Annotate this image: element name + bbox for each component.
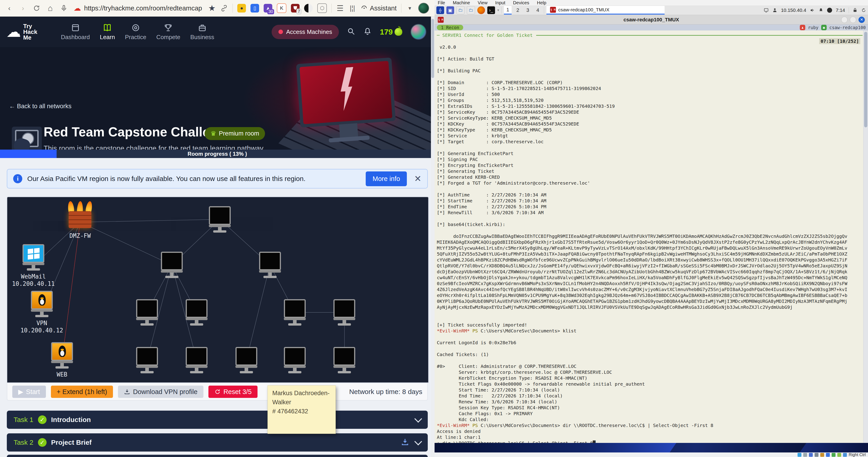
workspace-1[interactable]: 1 xyxy=(504,6,512,14)
network-reset-button[interactable]: Reset 3/5 xyxy=(209,386,257,398)
taskbar-window-button[interactable]: § M csaw-redcap100_TMUX xyxy=(547,6,664,14)
diagram-node-webmail[interactable]: WebMail 10.200.40.11 xyxy=(12,244,55,287)
nav-item-practice[interactable]: Practice xyxy=(125,23,146,41)
diagram-node-top[interactable] xyxy=(209,206,231,233)
lock-icon[interactable] xyxy=(852,8,858,13)
diagram-node-web[interactable]: WEB xyxy=(51,342,73,378)
diagram-node-r4c4[interactable] xyxy=(283,347,306,373)
diagram-node-r3c3[interactable] xyxy=(283,299,306,326)
reload-icon[interactable] xyxy=(33,4,40,12)
status-circle-icon[interactable] xyxy=(827,8,832,13)
cloud-logo-icon: ☁ xyxy=(6,25,21,39)
back-icon[interactable]: ‹ xyxy=(5,4,13,12)
access-machines-button[interactable]: Access Machines xyxy=(272,25,339,39)
task-title: Introduction xyxy=(51,416,91,424)
show-desktop-icon[interactable]: ▣ xyxy=(446,6,454,14)
tmux-window-tab[interactable]: 1 Recon xyxy=(437,25,463,30)
reader-menu-icon[interactable]: ☰ xyxy=(336,4,344,12)
diagram-node-r4c1[interactable] xyxy=(136,347,158,373)
menu-input[interactable]: Input xyxy=(495,0,505,5)
firewall-icon xyxy=(66,205,94,230)
task-download-icon[interactable] xyxy=(401,438,409,447)
home-icon[interactable]: ⌂ xyxy=(46,4,54,12)
task-number: Task 1 xyxy=(13,416,33,424)
browser-profile-avatar[interactable] xyxy=(418,3,429,13)
diagram-node-r4c3[interactable] xyxy=(235,347,258,373)
browser-scrollbar[interactable] xyxy=(431,17,435,457)
kagi-extension-icon[interactable]: K xyxy=(277,3,286,13)
password-extension-icon[interactable]: ● xyxy=(237,4,246,12)
monitor-icon xyxy=(235,347,258,373)
diagram-node-r3c1[interactable] xyxy=(136,299,158,326)
diagram-node-fw[interactable]: DMZ-FW xyxy=(66,205,94,239)
more-info-button[interactable]: More info xyxy=(366,172,407,186)
voice-wave-icon[interactable]: |¦| xyxy=(348,4,356,12)
menu-view[interactable]: View xyxy=(478,0,488,5)
firefox-icon[interactable] xyxy=(477,6,485,14)
network-extend-button[interactable]: + Extend (1h left) xyxy=(51,386,113,398)
back-to-networks-link[interactable]: ← Back to all networks xyxy=(9,103,71,110)
volume-icon[interactable] xyxy=(810,8,815,13)
link-icon[interactable] xyxy=(220,4,228,12)
minimize-button[interactable] xyxy=(841,17,847,23)
puzzle-extensions-icon[interactable]: ⬡ xyxy=(317,3,327,13)
monitor-icon xyxy=(136,299,158,326)
address-bar[interactable]: ☁ https://tryhackme.com/room/redteamcaps… xyxy=(74,4,202,12)
chevron-down-icon[interactable]: ▾ xyxy=(406,4,414,12)
shield-extension-icon[interactable]: ⛊7 xyxy=(291,4,300,12)
darkmode-extension-icon[interactable] xyxy=(304,4,313,12)
user-avatar[interactable] xyxy=(410,24,426,40)
terminal-scrollbar[interactable] xyxy=(863,30,868,443)
folder2-icon[interactable]: 🗀 xyxy=(467,6,475,14)
download-vpn-button[interactable]: Download VPN profile xyxy=(118,386,204,398)
diagram-node-midL[interactable] xyxy=(160,252,183,278)
search-icon[interactable] xyxy=(347,27,355,36)
nav-item-dashboard[interactable]: Dashboard xyxy=(61,23,90,41)
assistant-button[interactable]: Assistant xyxy=(361,4,397,12)
nav-item-business[interactable]: Business xyxy=(190,23,214,41)
update-extension-icon[interactable]: ▲30 xyxy=(264,4,272,12)
menu-help[interactable]: Help xyxy=(537,0,546,5)
task-row-1[interactable]: Task 1 ✓ Introduction xyxy=(7,410,428,429)
maximize-button[interactable] xyxy=(850,17,856,23)
diagram-node-r4c5[interactable] xyxy=(333,347,356,373)
folder-icon[interactable]: 🗀 xyxy=(456,6,465,14)
keyboard-user-icon[interactable] xyxy=(772,8,777,13)
task-row-2[interactable]: Task 2 ✓ Project Brief xyxy=(7,433,428,452)
thm-navbar: ☁ TryHackMe Dashboard Learn Practice Com… xyxy=(0,17,435,47)
close-button[interactable]: ✕ xyxy=(859,17,865,23)
diagram-node-r4c2[interactable] xyxy=(185,347,208,373)
bookmark-star-icon[interactable]: ★ xyxy=(208,4,216,12)
notification-bell-icon[interactable] xyxy=(818,8,824,13)
menu-file[interactable]: File xyxy=(438,0,445,5)
diagram-node-vpn[interactable]: VPN 10.200.40.12 xyxy=(21,291,63,334)
kali-menu-icon[interactable]: ⟠ xyxy=(436,6,444,14)
terminal-titlebar[interactable]: § M csaw-redcap100_TMUX ✕ xyxy=(435,15,868,25)
wallet-extension-icon[interactable]: ▯ xyxy=(250,4,259,12)
forward-icon[interactable]: › xyxy=(19,4,27,12)
bell-icon[interactable] xyxy=(364,27,372,36)
diagram-node-r3c2[interactable] xyxy=(185,299,208,326)
chevron-down-icon[interactable] xyxy=(414,438,422,446)
nav-item-learn[interactable]: Learn xyxy=(100,23,115,41)
microphone-icon[interactable] xyxy=(60,4,68,12)
taskbar-caret[interactable]: ▾ xyxy=(497,8,499,12)
thm-logo[interactable]: ☁ TryHackMe xyxy=(6,23,52,40)
terminal-launcher-icon[interactable]: ›_ xyxy=(487,6,495,14)
menu-devices[interactable]: Devices xyxy=(513,0,529,5)
workspace-3[interactable]: 3 xyxy=(524,6,532,14)
chevron-down-icon[interactable] xyxy=(414,415,422,423)
nav-item-compete[interactable]: Compete xyxy=(156,23,181,41)
points-counter[interactable]: 179 xyxy=(380,28,402,36)
diagram-node-midR[interactable] xyxy=(259,252,281,278)
nav-label: Learn xyxy=(100,34,115,41)
workspace-2[interactable]: 2 xyxy=(514,6,522,14)
workspace-4[interactable]: 4 xyxy=(534,6,541,14)
menu-machine[interactable]: Machine xyxy=(453,0,470,5)
banner-close-icon[interactable]: ✕ xyxy=(414,174,422,184)
display-icon[interactable] xyxy=(764,8,769,13)
diagram-node-r3c4[interactable] xyxy=(333,299,356,326)
terminal-output[interactable]: ─ SERVER1 Connect for Golden Ticket 07:1… xyxy=(435,30,864,443)
network-start-button[interactable]: ▶ Start xyxy=(12,386,46,398)
logout-icon[interactable] xyxy=(861,8,866,13)
